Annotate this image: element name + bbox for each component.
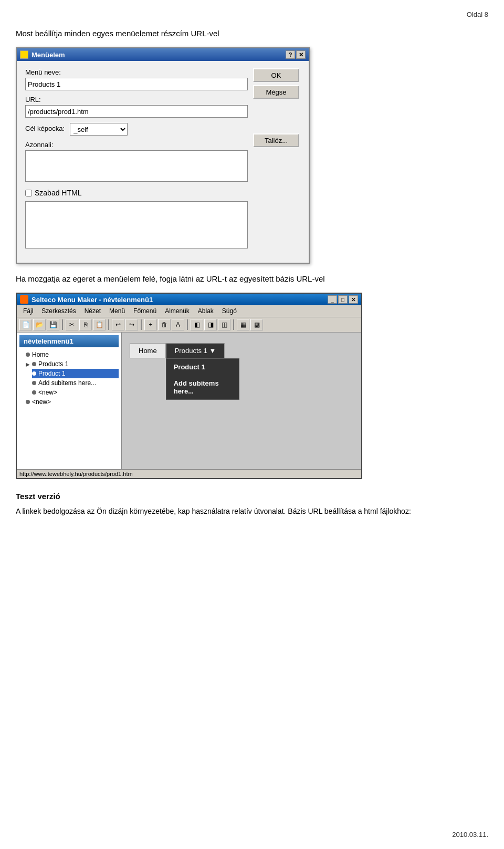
toolbar-b3[interactable]: ◫ [218,319,230,330]
menumaker-title: Selteco Menu Maker - névtelenmenü1 [32,296,153,304]
toolbar-open[interactable]: 📂 [33,319,46,330]
tree-item-addsubitems[interactable]: Add subitems here... [32,378,119,388]
menu-name-row: Menü neve: [25,68,248,90]
azonnali-label: Azonnali: [25,141,248,149]
toolbar-delete[interactable]: 🗑 [158,319,171,330]
azonnali-textarea[interactable] [25,150,248,182]
toolbar-copy[interactable]: ⎘ [79,319,92,330]
toolbar-b1[interactable]: ◧ [191,319,203,330]
tree-label-home: Home [32,351,49,358]
preview-menubar: Home Products 1 ▼ Product 1 Add subitems… [130,343,225,358]
megse-button[interactable]: Mégse [253,85,299,99]
preview-panel: Home Products 1 ▼ Product 1 Add subitems… [122,333,361,469]
win-buttons: _ □ ✕ [328,295,358,304]
page-number: Oldal 8 [467,11,488,18]
tree-label-new2: <new> [32,398,51,406]
bottom-section: Teszt verzió A linkek bedolgozása az Ön … [16,492,488,517]
menubar-sugo[interactable]: Súgó [218,306,241,316]
toolbar-save[interactable]: 💾 [47,319,59,330]
tree-dot-addsubitems [32,381,36,385]
cel-row: Cél képocka: _self _blank _top [25,123,248,136]
toolbar-b2[interactable]: ◨ [204,319,217,330]
tree-dot-new2 [26,400,30,404]
tree-item-home[interactable]: Home [26,350,119,359]
close-window-button[interactable]: ✕ [349,295,358,304]
preview-products-btn[interactable]: Products 1 ▼ [166,343,225,358]
menumaker-window: Selteco Menu Maker - névtelenmenü1 _ □ ✕… [16,293,362,479]
menumaker-menubar: Fájl Szerkesztés Nézet Menü Főmenü Almen… [17,305,361,317]
menumaker-content: névtelenmenü1 Home ▶ Products 1 Product … [17,333,361,469]
footer-date: 2010.03.11. [452,831,488,838]
dialog-title: Menüelem [32,51,65,59]
toolbar-add[interactable]: + [144,319,157,330]
toolbar-sep2 [108,319,109,330]
maximize-button[interactable]: □ [338,295,348,304]
tree-item-product1[interactable]: Product 1 [32,369,119,378]
toolbar-cut[interactable]: ✂ [66,319,78,330]
cel-select[interactable]: _self _blank _top [70,123,128,136]
menubar-fomenu[interactable]: Főmenü [129,306,161,316]
tree-header: névtelenmenü1 [19,335,119,347]
menu-name-label: Menü neve: [25,68,248,76]
menubar-nezet[interactable]: Nézet [80,306,105,316]
tree-label-products1: Products 1 [38,360,68,368]
talloz-button[interactable]: Tallóz... [253,133,299,147]
toolbar-sep3 [141,319,142,330]
tree-arrow-products1: ▶ [26,361,30,367]
dialog-body: Menü neve: URL: Cél képocka: _self _blan… [17,61,309,263]
toolbar-b5[interactable]: ▩ [250,319,263,330]
menubar-szerkesztes[interactable]: Szerkesztés [37,306,80,316]
url-label: URL: [25,96,248,103]
titlebar-left: Menüelem [20,50,65,59]
html-content-textarea[interactable] [25,201,248,249]
preview-dropdown-menu: Product 1 Add subitemshere... [166,358,239,400]
middle-text: Ha mozgatja az egeret a menüelem felé, f… [16,274,488,283]
dialog-right-col: OK Mégse Tallóz... [253,68,300,147]
preview-product1[interactable]: Product 1 [166,359,239,375]
tree-panel: névtelenmenü1 Home ▶ Products 1 Product … [17,333,122,469]
menubar-almenuk[interactable]: Almenük [161,306,194,316]
toolbar-redo[interactable]: ↪ [125,319,138,330]
menumaker-titlebar: Selteco Menu Maker - névtelenmenü1 _ □ ✕ [17,294,361,305]
section-text1: A linkek bedolgozása az Ön dizájn környe… [16,506,488,517]
tree-dot-new1 [32,390,36,395]
toolbar-paste[interactable]: 📋 [93,319,106,330]
url-input[interactable] [25,105,248,118]
titlebar-buttons: ? ✕ [286,50,306,59]
menuelem-dialog: Menüelem ? ✕ Menü neve: URL: [16,47,310,264]
azonnali-row: Azonnali: [25,141,248,183]
intro-text: Most beállítja minden egyes menüelemet r… [16,29,488,38]
tree-dot-home [26,353,30,357]
tree-item-products1[interactable]: ▶ Products 1 [26,359,119,369]
toolbar-new[interactable]: 📄 [19,319,32,330]
szabad-html-row: Szabad HTML [25,189,248,197]
section-title: Teszt verzió [16,492,488,501]
toolbar-font[interactable]: A [172,319,184,330]
menubar-ablak[interactable]: Ablak [194,306,218,316]
preview-addsubitems[interactable]: Add subitemshere... [166,375,239,399]
tree-label-product1: Product 1 [38,370,65,377]
szabad-html-label: Szabad HTML [35,189,81,197]
menumaker-app-icon [20,295,28,304]
toolbar-sep5 [233,319,234,330]
tree-item-new2[interactable]: <new> [26,397,119,407]
preview-home[interactable]: Home [130,343,166,358]
cel-label: Cél képocka: [25,125,65,132]
minimize-button[interactable]: _ [328,295,337,304]
close-button[interactable]: ✕ [296,50,306,59]
toolbar-b4[interactable]: ▦ [237,319,249,330]
szabad-html-checkbox[interactable] [25,190,32,196]
dialog-main-layout: Menü neve: URL: Cél képocka: _self _blan… [25,68,300,255]
url-row: URL: [25,96,248,118]
menubar-fajl[interactable]: Fájl [19,306,37,316]
menu-name-input[interactable] [25,78,248,90]
tree-label-addsubitems: Add subitems here... [38,379,96,387]
preview-products-dropdown[interactable]: Products 1 ▼ Product 1 Add subitemshere.… [166,343,225,358]
help-button[interactable]: ? [286,50,295,59]
tree-item-new1[interactable]: <new> [32,388,119,397]
tree-dot-product1 [32,371,36,376]
menubar-menu[interactable]: Menü [105,306,129,316]
tree-label-new1: <new> [38,389,57,396]
ok-button[interactable]: OK [253,68,299,82]
toolbar-undo[interactable]: ↩ [112,319,124,330]
